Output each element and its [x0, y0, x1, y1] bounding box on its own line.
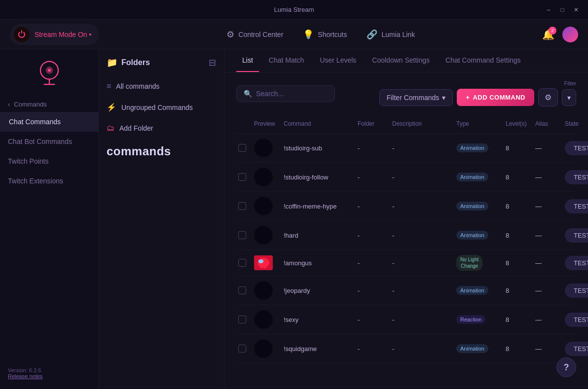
- lightning-icon: ⚡: [107, 103, 116, 112]
- all-commands-item[interactable]: ≡ All commands: [99, 76, 224, 97]
- table-row: !sexy - - Reaction 8 — TEST ✏ ⋮: [236, 305, 576, 334]
- alias-value: —: [533, 232, 563, 239]
- avatar[interactable]: [562, 27, 578, 42]
- filter-commands-button[interactable]: Filter Commands ▾: [379, 89, 453, 106]
- tab-user-levels[interactable]: User Levels: [314, 49, 362, 72]
- svg-point-6: [257, 258, 269, 268]
- description-value: -: [390, 144, 454, 152]
- minimize-button[interactable]: –: [545, 6, 552, 14]
- command-name: !jeopardy: [282, 287, 356, 294]
- collapse-panel-button[interactable]: ⊟: [209, 57, 216, 68]
- add-folder-label: Add Folder: [119, 124, 153, 132]
- close-button[interactable]: ✕: [572, 6, 580, 14]
- tabs-bar: List Chat Match User Levels Cooldown Set…: [224, 49, 588, 72]
- preview-circle: [254, 139, 273, 157]
- sidebar-item-twitch-points[interactable]: Twitch Points: [0, 151, 98, 171]
- sidebar-item-label: Twitch Extensions: [8, 177, 63, 185]
- all-commands-label: All commands: [116, 82, 159, 90]
- tab-chat-match[interactable]: Chat Match: [263, 49, 310, 72]
- header-command: Command: [282, 118, 356, 129]
- command-name: !sexy: [282, 316, 356, 323]
- test-button[interactable]: TEST: [565, 170, 588, 184]
- test-button[interactable]: TEST: [565, 283, 588, 298]
- row-checkbox[interactable]: [238, 202, 246, 210]
- tab-list[interactable]: List: [236, 49, 259, 72]
- collapse-button[interactable]: ▾: [562, 89, 576, 106]
- control-center-nav[interactable]: ⚙ Control Center: [226, 29, 283, 40]
- type-badge: Animation: [456, 231, 488, 240]
- search-icon: 🔍: [244, 90, 252, 98]
- mid-panel-header: 📁 Folders ⊟: [99, 57, 224, 76]
- table-row: !amongus - - No LightChange 8 — TEST ✏ ⋮: [236, 250, 576, 276]
- help-button[interactable]: ?: [556, 357, 576, 377]
- row-checkbox[interactable]: [238, 316, 246, 323]
- preview-circle: [254, 339, 273, 358]
- chevron-down-icon: ▾: [442, 94, 445, 102]
- row-checkbox[interactable]: [238, 231, 246, 239]
- row-checkbox[interactable]: [238, 144, 246, 152]
- ungrouped-commands-item[interactable]: ⚡ Ungrouped Commands: [99, 97, 224, 118]
- app-title: Lumia Stream: [274, 6, 314, 13]
- sidebar-logo: [0, 59, 98, 89]
- folder-value: -: [356, 316, 390, 323]
- header-checkbox: [236, 118, 252, 129]
- release-notes-link[interactable]: Release notes: [8, 373, 42, 379]
- maximize-button[interactable]: □: [558, 6, 566, 14]
- sidebar-section-label: Commands: [14, 101, 46, 108]
- description-value: -: [390, 287, 454, 294]
- command-name: !hard: [282, 232, 356, 239]
- table-row: !hard - - Animation 8 — TEST ✏ ⋮: [236, 221, 576, 250]
- chevron-left-icon: ‹: [8, 101, 10, 108]
- search-input[interactable]: [256, 90, 330, 98]
- plus-icon: +: [466, 94, 470, 101]
- row-checkbox[interactable]: [238, 345, 246, 353]
- level-value: 8: [504, 144, 533, 152]
- test-button[interactable]: TEST: [565, 256, 588, 270]
- svg-rect-9: [264, 265, 266, 268]
- control-center-label: Control Center: [238, 31, 283, 38]
- stream-mode-button[interactable]: Stream Mode On •: [10, 24, 99, 45]
- test-button[interactable]: TEST: [565, 228, 588, 243]
- header-type: Type: [454, 118, 504, 129]
- add-command-button[interactable]: + ADD COMMAND: [457, 89, 534, 106]
- table-row: !studioirg-sub - - Animation 8 — TEST ✏ …: [236, 134, 576, 163]
- table-row: !studioirg-follow - - Animation 8 — TEST…: [236, 163, 576, 192]
- type-badge: Animation: [456, 143, 488, 152]
- tab-cooldown-settings[interactable]: Cooldown Settings: [366, 49, 436, 72]
- description-value: -: [390, 203, 454, 210]
- sidebar-item-twitch-extensions[interactable]: Twitch Extensions: [0, 171, 98, 191]
- preview-circle: [254, 168, 273, 186]
- add-folder-item[interactable]: 🗂 Add Folder: [99, 118, 224, 139]
- alias-value: —: [533, 203, 563, 210]
- test-button[interactable]: TEST: [565, 342, 588, 356]
- notification-badge: 2: [549, 27, 556, 35]
- type-badge: No LightChange: [456, 255, 482, 271]
- test-button[interactable]: TEST: [565, 141, 588, 155]
- chevron-down-icon: ▾: [567, 94, 571, 102]
- level-value: 8: [504, 287, 533, 294]
- alias-value: —: [533, 174, 563, 181]
- preview-circle: [254, 226, 273, 245]
- lumia-link-label: Lumia Link: [381, 31, 415, 38]
- command-name: !coffin-meme-hype: [282, 203, 356, 210]
- tab-chat-command-settings[interactable]: Chat Command Settings: [440, 49, 527, 72]
- row-checkbox[interactable]: [238, 173, 246, 181]
- sidebar-item-label: Chat Bot Commands: [8, 138, 72, 145]
- settings-button[interactable]: ⚙: [538, 88, 558, 106]
- sidebar-item-label: Chat Commands: [9, 118, 61, 126]
- lumia-link-nav[interactable]: 🔗 Lumia Link: [367, 29, 415, 40]
- sidebar-item-chat-commands[interactable]: Chat Commands: [0, 112, 98, 132]
- shortcuts-nav[interactable]: 💡 Shortcuts: [303, 29, 347, 40]
- sidebar-back-button[interactable]: ‹ Commands: [0, 97, 98, 112]
- test-button[interactable]: TEST: [565, 313, 588, 327]
- sidebar-item-chat-bot-commands[interactable]: Chat Bot Commands: [0, 132, 98, 151]
- filter-commands-label: Filter Commands: [387, 94, 440, 102]
- alias-value: —: [533, 316, 563, 323]
- test-button[interactable]: TEST: [565, 199, 588, 213]
- row-checkbox[interactable]: [238, 259, 246, 267]
- command-name: !squidgame: [282, 345, 356, 353]
- row-checkbox[interactable]: [238, 286, 246, 294]
- page-heading: commands: [99, 139, 224, 160]
- notifications-button[interactable]: 🔔 2: [542, 29, 554, 40]
- folder-icon: 📁: [107, 57, 117, 68]
